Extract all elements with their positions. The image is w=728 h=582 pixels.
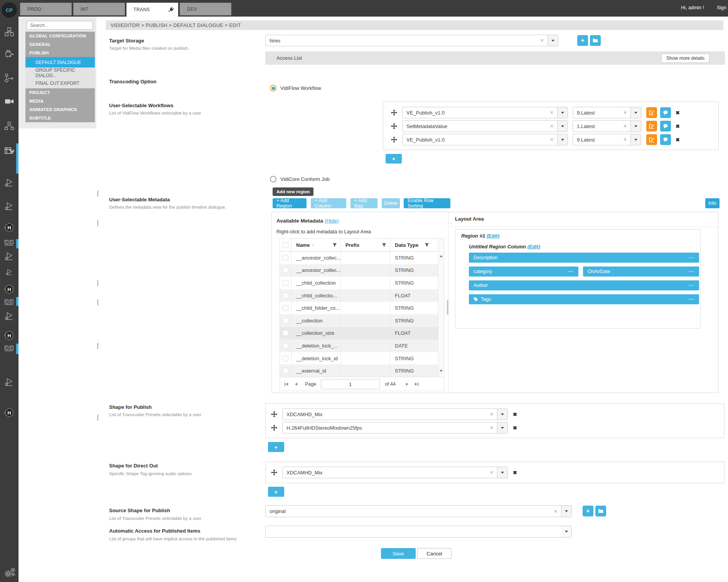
- hide-link[interactable]: (Hide): [325, 218, 339, 224]
- table-row[interactable]: __ancestor_collec...STRING: [280, 251, 444, 264]
- table-row[interactable]: __collection_sizeFLOAT: [280, 327, 444, 340]
- media-player-icon[interactable]: [4, 251, 14, 261]
- delete-button[interactable]: Delete: [382, 198, 400, 208]
- video-editor-icon[interactable]: [4, 146, 14, 156]
- dropdown-button[interactable]: [557, 107, 568, 118]
- chip-menu-icon[interactable]: ...: [689, 268, 694, 273]
- table-row[interactable]: __external_idSTRING: [280, 364, 444, 377]
- clear-icon[interactable]: ✕: [620, 134, 630, 145]
- scrollbar-thumb[interactable]: [447, 300, 448, 314]
- search-input[interactable]: [27, 21, 93, 30]
- move-handle-icon[interactable]: [391, 110, 397, 116]
- workflow-name-input[interactable]: [403, 107, 546, 118]
- tab-dev[interactable]: DEV: [180, 3, 231, 15]
- table-row[interactable]: __ancestor_collec...STRING: [280, 264, 444, 277]
- chip-menu-icon[interactable]: ...: [568, 268, 574, 273]
- media-player-icon[interactable]: [4, 177, 14, 187]
- table-row[interactable]: __deletion_lock_idSTRING: [280, 352, 444, 365]
- first-page-button[interactable]: [285, 383, 288, 386]
- workflow-version-input[interactable]: [573, 107, 620, 118]
- filter-icon[interactable]: [382, 243, 386, 247]
- row-checkbox[interactable]: [283, 293, 288, 299]
- avatar[interactable]: CP: [2, 2, 17, 18]
- sidebar-item-media[interactable]: MEDIA: [25, 97, 95, 105]
- dropdown-button[interactable]: [497, 422, 507, 433]
- clear-icon[interactable]: ✕: [620, 107, 630, 118]
- dropdown-button[interactable]: [561, 526, 571, 537]
- browse-folder-button[interactable]: [590, 35, 601, 46]
- media-player-icon[interactable]: [4, 311, 14, 321]
- dropdown-button[interactable]: [557, 121, 568, 132]
- chip-menu-icon[interactable]: ...: [689, 282, 694, 287]
- timeline-icon[interactable]: [4, 237, 14, 247]
- row-checkbox[interactable]: [283, 356, 288, 361]
- last-page-button[interactable]: [415, 383, 418, 386]
- sidebar-item-group-specific-dialogue[interactable]: GROUP SPECIFIC DIALOG...: [25, 67, 95, 78]
- table-scrollbar[interactable]: [438, 239, 444, 377]
- shape-input[interactable]: [283, 422, 486, 433]
- workflow-comment-button[interactable]: [660, 121, 671, 132]
- sidebar-item-default-dialogue[interactable]: DEFAULT DIALOGUE: [25, 57, 95, 67]
- column-header-datatype[interactable]: Data Type: [395, 242, 418, 248]
- dropdown-button[interactable]: [630, 107, 641, 118]
- edit-workflow-button[interactable]: [646, 107, 657, 118]
- metadata-chip-description[interactable]: Description ...: [469, 253, 699, 263]
- row-checkbox[interactable]: [283, 330, 288, 336]
- table-row[interactable]: __child_collectio...FLOAT: [280, 289, 444, 302]
- honeycomb-h-icon[interactable]: [4, 408, 14, 418]
- add-region-button[interactable]: + Add Region: [273, 198, 307, 208]
- dropdown-button[interactable]: [561, 506, 571, 517]
- move-handle-icon[interactable]: [271, 469, 277, 476]
- scroll-up-icon[interactable]: [440, 255, 443, 257]
- clear-icon[interactable]: ✕: [546, 121, 557, 132]
- clear-icon[interactable]: ✕: [546, 134, 557, 145]
- clear-icon[interactable]: ✕: [537, 35, 548, 46]
- honeycomb-h-icon[interactable]: [4, 331, 14, 341]
- table-row[interactable]: __collectionSTRING: [280, 314, 444, 327]
- remove-shape-button[interactable]: ✖: [513, 425, 517, 431]
- boxes-icon[interactable]: [4, 27, 14, 37]
- radio-vidiflow-workflow[interactable]: [270, 85, 276, 91]
- add-workflow-button[interactable]: +: [386, 154, 402, 164]
- metadata-chip-tags[interactable]: Tags ...: [469, 294, 699, 304]
- chip-menu-icon[interactable]: ...: [689, 295, 694, 301]
- sidebar-item-global-configuration[interactable]: GLOBAL CONFIGURATION: [25, 32, 95, 40]
- workflow-comment-button[interactable]: [660, 107, 671, 118]
- workflow-comment-button[interactable]: [660, 134, 671, 145]
- source-shape-input[interactable]: [266, 506, 550, 517]
- remove-shape-button[interactable]: ✖: [513, 412, 517, 417]
- show-more-details-button[interactable]: Show more details: [661, 54, 709, 63]
- timeline-icon[interactable]: [4, 297, 14, 307]
- metadata-chip-onairdate[interactable]: OnAirDate ...: [583, 267, 699, 277]
- table-row[interactable]: __child_folder_co...STRING: [280, 302, 444, 314]
- workflow-name-input[interactable]: [403, 121, 546, 132]
- row-checkbox[interactable]: [283, 255, 288, 261]
- remove-workflow-button[interactable]: ✖: [676, 110, 680, 116]
- auto-access-input[interactable]: [266, 526, 561, 537]
- add-direct-shape-button[interactable]: +: [268, 487, 284, 497]
- move-handle-icon[interactable]: [271, 425, 277, 431]
- dropdown-button[interactable]: [630, 121, 641, 132]
- remove-shape-button[interactable]: ✖: [513, 470, 517, 476]
- sidebar-item-project[interactable]: PROJECT: [25, 88, 95, 97]
- move-handle-icon[interactable]: [391, 123, 397, 129]
- select-all-checkbox[interactable]: [283, 242, 288, 248]
- tab-int[interactable]: INT: [73, 3, 125, 15]
- radio-vidicore-conform-job[interactable]: [270, 176, 276, 182]
- metadata-chip-category[interactable]: category ...: [469, 267, 578, 277]
- table-row[interactable]: __deletion_lock_...DATE: [280, 339, 444, 352]
- chip-menu-icon[interactable]: ...: [689, 254, 694, 259]
- filter-icon[interactable]: [332, 243, 337, 247]
- table-row[interactable]: __child_collectionSTRING: [280, 277, 444, 289]
- dropdown-button[interactable]: [497, 467, 507, 478]
- filter-icon[interactable]: [425, 243, 429, 247]
- workflow-arrow-icon[interactable]: [4, 73, 14, 83]
- collection-share-icon[interactable]: [4, 121, 14, 131]
- clear-icon[interactable]: ✕: [486, 422, 497, 433]
- cancel-button[interactable]: Cancel: [417, 548, 452, 559]
- timeline-icon[interactable]: [4, 343, 14, 353]
- add-bag-button[interactable]: + Add Bag: [351, 198, 377, 208]
- media-player-small-icon[interactable]: [5, 268, 13, 276]
- add-source-shape-button[interactable]: +: [583, 506, 593, 516]
- row-checkbox[interactable]: [283, 343, 288, 349]
